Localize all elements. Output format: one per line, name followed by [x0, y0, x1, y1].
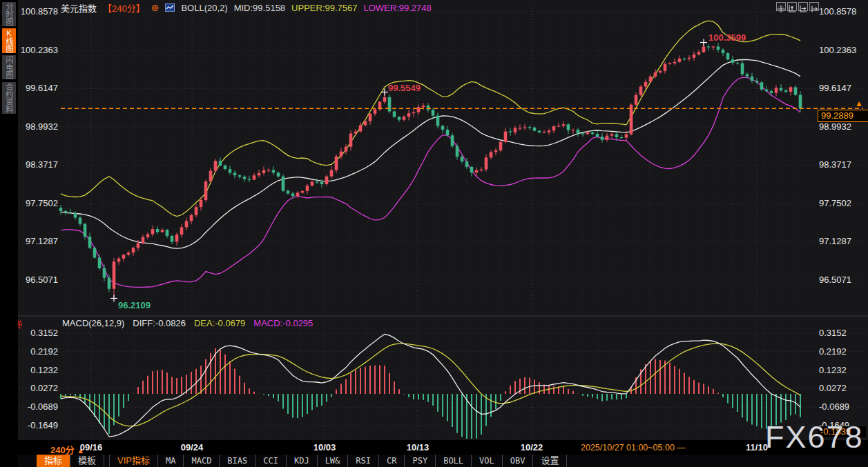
x-axis-date-label: 10/03 [297, 442, 352, 453]
macd-title: MACD(26,12,9) [62, 318, 124, 328]
macd-tick-left: -0.0689 [15, 401, 58, 413]
toolbar-button-5[interactable]: MACD [184, 455, 220, 467]
x-axis-date-label: 09/16 [64, 442, 119, 453]
price-tick-left: 97.7502 [15, 198, 58, 209]
toolbar-button-9[interactable]: LW& [318, 455, 349, 467]
toolbar-button-15[interactable]: OBV [503, 455, 534, 467]
sidebar-tab-2[interactable]: K线图 [2, 28, 16, 53]
price-tick-right: 98.3717 [819, 159, 865, 170]
price-tick-left: 100.8578 [15, 6, 58, 17]
price-tick-right: 97.1287 [819, 236, 865, 247]
candlestick-chart-canvas[interactable] [0, 0, 868, 467]
left-sidebar: 分时图K线图闪电图合约资料 [0, 0, 18, 467]
sidebar-tab-3[interactable]: 闪电图 [2, 55, 16, 79]
toolbar-button-12[interactable]: PSY [405, 455, 436, 467]
x-axis-date-label: 10/22 [504, 442, 559, 453]
price-tick-left: 100.2363 [15, 45, 58, 56]
line-chart-icon[interactable] [165, 3, 175, 12]
price-tick-left: 98.9932 [15, 121, 58, 132]
toolbar-button-4[interactable]: MA [158, 455, 184, 467]
indicator-toolbar: 指标模板VIP指标MAMACDBIASCCIKDJLW&RSICRPSYBOLL… [0, 455, 868, 467]
swing-high-price-label: 99.5549 [388, 83, 421, 93]
toolbar-button-2[interactable]: 模板 [70, 455, 104, 467]
macd-dea-label: DEA:-0.0679 [194, 318, 245, 328]
macd-header: MACD(26,12,9) DIFF:-0.0826 DEA:-0.0679 M… [62, 318, 313, 328]
low-price-label: 96.2109 [118, 300, 151, 310]
macd-tick-right: -0.0689 [819, 401, 865, 413]
toolbar-button-13[interactable]: BOLL [436, 455, 472, 467]
symbol-title: 美元指数 [61, 1, 97, 14]
price-tick-right: 96.5071 [819, 275, 865, 286]
macd-tick-right: 0.3152 [819, 328, 865, 339]
price-tick-left: 96.5071 [15, 275, 58, 286]
toolbar-button-16[interactable]: 设置 [533, 455, 567, 467]
boll-lower-label: LOWER:99.2748 [364, 3, 432, 13]
toolbar-button-6[interactable]: BIAS [220, 455, 255, 467]
price-tick-left: 97.1287 [15, 236, 58, 247]
chart-header: 美元指数 【240分】 ⊕ BOLL(20,2) MID:99.5158 UPP… [61, 2, 432, 13]
crosshair-date-tooltip: 2025/10/27 01:00~05:00 — [577, 442, 690, 453]
macd-tick-left: -0.1649 [15, 420, 58, 431]
macd-tick-right: 0.1232 [819, 365, 865, 376]
macd-tick-left: 0.2192 [15, 346, 58, 357]
last-price-tag: 99.2889 [818, 110, 868, 122]
watermark: FX678 [765, 419, 864, 455]
sidebar-tab-1[interactable]: 分时图 [2, 2, 16, 26]
toolbar-button-7[interactable]: CCI [255, 455, 287, 467]
price-tick-right: 100.2363 [819, 45, 865, 56]
boll-mid-label: MID:99.5158 [234, 3, 285, 13]
toolbar-button-8[interactable]: KDJ [287, 455, 318, 467]
price-tick-right: 97.7502 [819, 198, 865, 209]
goto-latest-icon[interactable] [809, 2, 819, 11]
toolbar-button-14[interactable]: VOL [472, 455, 503, 467]
toolbar-button-10[interactable]: RSI [348, 455, 379, 467]
price-tick-right: 99.6147 [819, 83, 865, 94]
macd-tick-left: 0.1232 [15, 365, 58, 376]
macd-tick-right: 0.0272 [819, 383, 865, 394]
axis-pan-icon[interactable] [798, 2, 808, 11]
expand-icon[interactable]: ⊕ [151, 2, 160, 13]
indicator-label: BOLL(20,2) [181, 3, 227, 13]
price-up-arrow-icon: ▲ [855, 99, 863, 108]
macd-tick-left: 0.0272 [15, 383, 58, 394]
toolbar-button-3[interactable]: VIP指标 [109, 455, 158, 467]
macd-tick-right: 0.2192 [819, 346, 865, 357]
sidebar-tab-4[interactable]: 合约资料 [2, 82, 16, 114]
period-label: 【240分】 [103, 1, 145, 14]
toolbar-button-1[interactable]: 指标 [37, 455, 70, 467]
price-tick-left: 99.6147 [15, 83, 58, 94]
x-axis-date-label: 10/13 [390, 442, 445, 453]
price-tick-right: 98.9932 [819, 121, 865, 132]
macd-diff-label: DIFF:-0.0826 [133, 318, 186, 328]
axis-zoom-icon[interactable] [787, 2, 797, 11]
boll-upper-label: UPPER:99.7567 [291, 3, 357, 13]
x-axis-date-label: 09/24 [164, 442, 220, 453]
move-icon[interactable] [776, 2, 786, 11]
toolbar-button-11[interactable]: CR [379, 455, 405, 467]
macd-macd-label: MACD:-0.0295 [253, 318, 313, 328]
high-price-label: 100.3599 [708, 32, 746, 43]
price-tick-right: 100.8578 [819, 6, 865, 17]
price-tick-left: 98.3717 [15, 159, 58, 170]
